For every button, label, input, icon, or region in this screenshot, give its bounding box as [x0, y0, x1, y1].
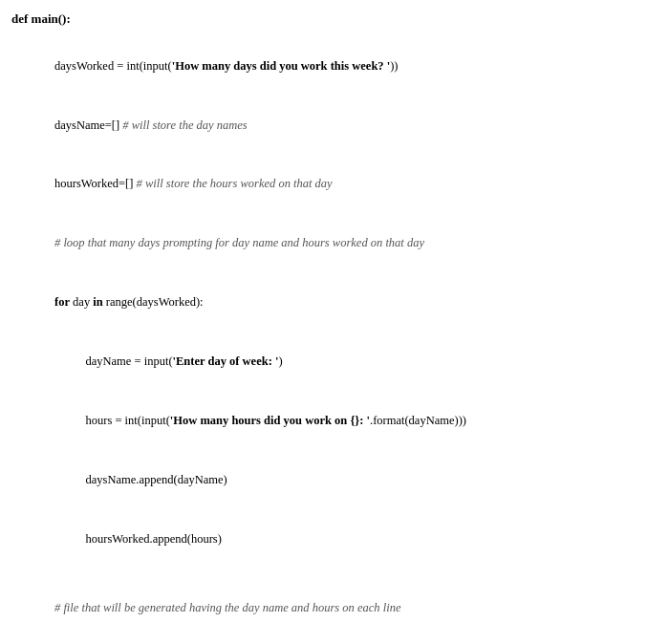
code-line-hours: hours = int(input('How many hours did yo… — [31, 391, 658, 450]
top-def-line: def main(): — [11, 11, 658, 27]
code-line-daysworked: daysWorked = int(input('How many days di… — [31, 36, 658, 96]
code-line-dayname: dayName = input('Enter day of week: ') — [31, 332, 658, 391]
code-line-filename: filename ='hours.txt' — [31, 637, 658, 644]
code-line-comment2: # file that will be generated having the… — [31, 578, 658, 637]
code-line-hoursworked: hoursWorked=[] # will store the hours wo… — [31, 155, 658, 214]
code-line-daysname: daysName=[] # will store the day names — [31, 96, 658, 155]
top-code-block: daysWorked = int(input('How many days di… — [11, 36, 658, 644]
code-line-append-dayname: daysName.append(dayName) — [31, 450, 658, 509]
top-code-section: def main(): daysWorked = int(input('How … — [11, 8, 658, 644]
code-line-append-hours: hoursWorked.append(hours) — [31, 509, 658, 569]
code-line-comment1: # loop that many days prompting for day … — [31, 214, 658, 273]
page: def main(): daysWorked = int(input('How … — [0, 0, 669, 644]
code-line-for: for day in range(daysWorked): — [31, 273, 658, 333]
